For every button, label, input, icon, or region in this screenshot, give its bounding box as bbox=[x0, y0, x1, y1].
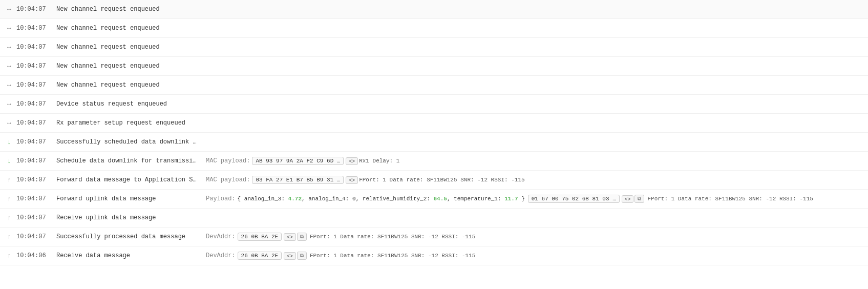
sync-icon: ↔ bbox=[4, 25, 14, 32]
copy-button[interactable]: ⧉ bbox=[634, 195, 644, 203]
copy-button[interactable]: ⧉ bbox=[297, 252, 307, 260]
sync-icon: ↔ bbox=[4, 6, 14, 13]
rx-delay: Rx1 Delay: 1 bbox=[359, 158, 399, 164]
log-row: ↑10:04:07Receive uplink data message bbox=[0, 209, 868, 228]
devaddr-label: DevAddr: bbox=[206, 252, 236, 259]
log-row: ↑10:04:07Forward data message to Applica… bbox=[0, 171, 868, 190]
log-message: Forward uplink data message bbox=[56, 195, 200, 202]
log-message: New channel request enqueued bbox=[56, 25, 200, 32]
log-row: ↔10:04:07New channel request enqueued bbox=[0, 19, 868, 38]
devaddr-meta: FPort: 1 Data rate: SF11BW125 SNR: -12 R… bbox=[310, 253, 475, 259]
devaddr-value: 26 0B BA 2E bbox=[238, 252, 282, 260]
log-row: ↔10:04:07New channel request enqueued bbox=[0, 76, 868, 95]
log-row: ↔10:04:07Rx parameter setup request enqu… bbox=[0, 114, 868, 133]
log-row: ↔10:04:07New channel request enqueued bbox=[0, 57, 868, 76]
log-timestamp: 10:04:07 bbox=[16, 63, 52, 70]
code-button[interactable]: <> bbox=[346, 176, 358, 184]
up-icon: ↑ bbox=[4, 252, 14, 260]
hex-payload-value: 01 67 00 75 02 68 81 03 … bbox=[528, 195, 620, 203]
log-row: ↔10:04:07New channel request enqueued bbox=[0, 38, 868, 57]
up-icon: ↑ bbox=[4, 176, 14, 184]
up-icon: ↑ bbox=[4, 214, 14, 222]
log-row: ↔10:04:07Device status request enqueued bbox=[0, 95, 868, 114]
log-message: New channel request enqueued bbox=[56, 44, 200, 51]
log-message: New channel request enqueued bbox=[56, 63, 200, 70]
code-button[interactable]: <> bbox=[622, 195, 634, 203]
log-container: ↔10:04:07New channel request enqueued↔10… bbox=[0, 0, 868, 289]
log-message: Receive data message bbox=[56, 252, 200, 259]
log-timestamp: 10:04:06 bbox=[16, 252, 52, 259]
log-row: ↑10:04:06Receive data messageDevAddr:26 … bbox=[0, 246, 868, 265]
copy-button[interactable]: ⧉ bbox=[297, 233, 307, 241]
down-icon: ↓ bbox=[4, 138, 14, 146]
sync-icon: ↔ bbox=[4, 100, 14, 108]
log-timestamp: 10:04:07 bbox=[16, 25, 52, 32]
payload-text: { analog_in_3: 4.72, analog_in_4: 0, rel… bbox=[238, 196, 525, 202]
log-message: New channel request enqueued bbox=[56, 81, 200, 89]
mac-payload-value: 03 FA 27 E1 B7 B5 B9 31 … bbox=[252, 176, 344, 184]
log-message: Receive uplink data message bbox=[56, 214, 200, 221]
mac-payload-label: MAC payload: bbox=[206, 157, 250, 164]
devaddr-label: DevAddr: bbox=[206, 233, 236, 240]
devaddr-meta: FPort: 1 Data rate: SF11BW125 SNR: -12 R… bbox=[310, 234, 475, 240]
log-timestamp: 10:04:07 bbox=[16, 176, 52, 183]
devaddr-value: 26 0B BA 2E bbox=[238, 233, 282, 241]
mac-payload-value: AB 93 97 9A 2A F2 C9 6D … bbox=[252, 157, 344, 165]
log-message: Successfully processed data message bbox=[56, 233, 200, 240]
payload-label: Payload: bbox=[206, 195, 236, 202]
code-button[interactable]: <> bbox=[284, 252, 296, 260]
log-row: ↑10:04:07Successfully processed data mes… bbox=[0, 228, 868, 246]
log-row: ↓10:04:07Schedule data downlink for tran… bbox=[0, 152, 868, 171]
fport-meta: FPort: 1 Data rate: SF11BW125 SNR: -12 R… bbox=[359, 177, 524, 183]
code-button[interactable]: <> bbox=[284, 233, 296, 241]
log-timestamp: 10:04:07 bbox=[16, 233, 52, 240]
log-timestamp: 10:04:07 bbox=[16, 119, 52, 127]
log-message: Device status request enqueued bbox=[56, 100, 200, 108]
log-timestamp: 10:04:07 bbox=[16, 195, 52, 202]
log-row: ↔10:04:07New channel request enqueued bbox=[0, 0, 868, 19]
log-timestamp: 10:04:07 bbox=[16, 44, 52, 51]
down-icon: ↓ bbox=[4, 157, 14, 165]
log-timestamp: 10:04:07 bbox=[16, 81, 52, 89]
log-timestamp: 10:04:07 bbox=[16, 157, 52, 164]
log-row: ↑10:04:07Forward uplink data messagePayl… bbox=[0, 190, 868, 209]
log-timestamp: 10:04:07 bbox=[16, 214, 52, 221]
log-message: Schedule data downlink for transmissi… bbox=[56, 157, 200, 164]
log-message: Rx parameter setup request enqueued bbox=[56, 119, 200, 127]
sync-icon: ↔ bbox=[4, 81, 14, 89]
code-button[interactable]: <> bbox=[346, 157, 358, 165]
sync-icon: ↔ bbox=[4, 119, 14, 127]
fport-meta: FPort: 1 Data rate: SF11BW125 SNR: -12 R… bbox=[647, 196, 813, 202]
log-timestamp: 10:04:07 bbox=[16, 100, 52, 108]
log-message: Successfully scheduled data downlink … bbox=[56, 138, 200, 146]
log-message: Forward data message to Application S… bbox=[56, 176, 200, 183]
sync-icon: ↔ bbox=[4, 44, 14, 51]
up-icon: ↑ bbox=[4, 233, 14, 241]
up-icon: ↑ bbox=[4, 195, 14, 203]
sync-icon: ↔ bbox=[4, 63, 14, 70]
log-message: New channel request enqueued bbox=[56, 6, 200, 13]
mac-payload-label: MAC payload: bbox=[206, 176, 250, 183]
log-row: ↓10:04:07Successfully scheduled data dow… bbox=[0, 133, 868, 152]
log-timestamp: 10:04:07 bbox=[16, 6, 52, 13]
log-timestamp: 10:04:07 bbox=[16, 138, 52, 146]
